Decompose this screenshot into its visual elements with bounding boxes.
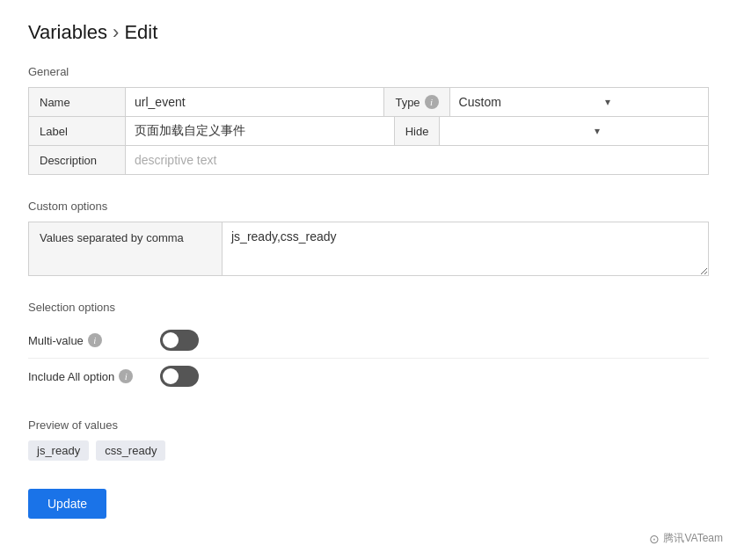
type-label: Type i [384,88,449,116]
general-section-label: General [28,65,709,78]
values-label: Values separated by comma [29,222,223,275]
type-select[interactable]: Custom Query Constant Datasource Interva… [450,88,591,116]
label-input[interactable] [126,117,394,145]
breadcrumb-separator: › [113,21,119,44]
include-all-slider [160,366,199,387]
type-select-arrow: ▾ [605,96,610,108]
preview-tag-1: css_ready [96,440,165,461]
include-all-toggle[interactable] [160,366,199,387]
multi-value-label: Multi-value i [28,333,151,347]
values-textarea[interactable]: js_ready,css_ready [223,222,708,275]
include-all-info-icon[interactable]: i [119,369,133,383]
multi-value-row: Multi-value i [28,323,709,359]
include-all-row: Include All option i [28,359,709,394]
update-button[interactable]: Update [28,489,106,519]
multi-value-slider [160,330,199,351]
multi-value-toggle[interactable] [160,330,199,351]
preview-tags: js_ready css_ready [28,440,709,461]
preview-section: Preview of values js_ready css_ready [28,418,709,461]
watermark: ⊙ 腾讯VATeam [649,531,723,546]
multi-value-info-icon[interactable]: i [88,333,102,347]
description-label: Description [29,146,126,174]
name-input[interactable] [126,88,383,116]
custom-options-label: Custom options [28,200,709,213]
selection-options-label: Selection options [28,301,709,314]
preview-tag-0: js_ready [28,440,89,461]
hide-select[interactable]: Label Variable [440,117,580,145]
general-section: General Name Type i Custom [28,65,709,175]
name-label: Name [29,88,126,116]
hide-label: Hide [395,117,441,145]
include-all-label: Include All option i [28,369,151,383]
label-label: Label [29,117,126,145]
watermark-text: 腾讯VATeam [663,531,723,546]
preview-section-label: Preview of values [28,418,709,432]
description-input[interactable] [126,146,708,174]
watermark-icon: ⊙ [649,532,660,546]
page-title: Variables › Edit [28,21,709,44]
type-info-icon[interactable]: i [425,95,439,109]
selection-options-section: Selection options Multi-value i Include … [28,301,709,394]
custom-options-section: Custom options Values separated by comma… [28,200,709,276]
hide-select-arrow: ▾ [595,125,600,137]
update-section: Update [28,489,709,519]
